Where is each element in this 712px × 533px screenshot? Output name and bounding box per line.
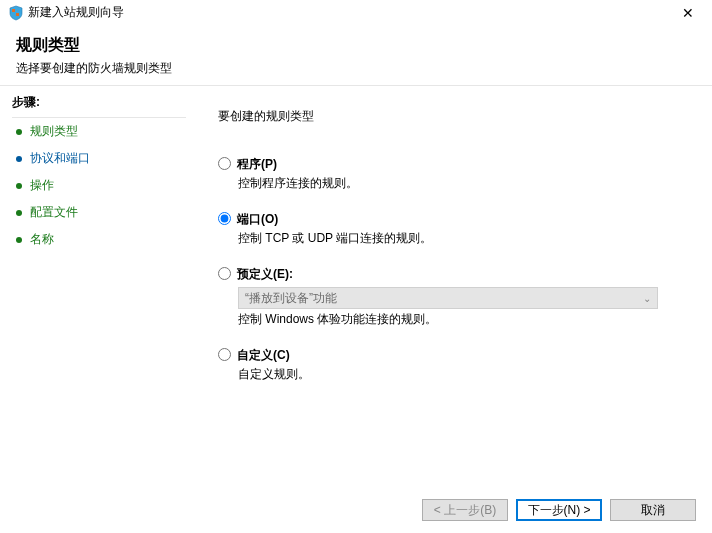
step-label: 名称 [30,231,54,248]
predefined-select-value: “播放到设备”功能 [245,290,337,307]
step-label: 规则类型 [30,123,78,140]
option-port-row[interactable]: 端口(O) [218,210,696,228]
chevron-down-icon: ⌄ [643,293,651,304]
firewall-shield-icon [8,5,24,21]
port-label: 端口(O) [237,211,278,228]
option-port: 端口(O) 控制 TCP 或 UDP 端口连接的规则。 [218,210,696,247]
custom-desc: 自定义规则。 [238,366,696,383]
program-label: 程序(P) [237,156,277,173]
option-program-row[interactable]: 程序(P) [218,155,696,173]
step-label: 配置文件 [30,204,78,221]
custom-radio[interactable] [218,348,231,361]
custom-label: 自定义(C) [237,347,290,364]
option-custom-row[interactable]: 自定义(C) [218,346,696,364]
close-icon[interactable]: ✕ [672,5,704,21]
predefined-desc: 控制 Windows 体验功能连接的规则。 [238,311,696,328]
option-program: 程序(P) 控制程序连接的规则。 [218,155,696,192]
step-protocol-port[interactable]: 协议和端口 [12,145,186,172]
program-desc: 控制程序连接的规则。 [238,175,696,192]
port-desc: 控制 TCP 或 UDP 端口连接的规则。 [238,230,696,247]
page-subtitle: 选择要创建的防火墙规则类型 [16,60,696,77]
svg-rect-0 [12,9,15,12]
window-title: 新建入站规则向导 [28,4,672,21]
step-label: 协议和端口 [30,150,90,167]
step-profile[interactable]: 配置文件 [12,199,186,226]
page-title: 规则类型 [16,35,696,56]
step-label: 操作 [30,177,54,194]
prompt-text: 要创建的规则类型 [218,108,696,125]
bullet-icon [16,237,22,243]
option-custom: 自定义(C) 自定义规则。 [218,346,696,383]
cancel-button[interactable]: 取消 [610,499,696,521]
main-panel: 要创建的规则类型 程序(P) 控制程序连接的规则。 端口(O) 控制 TCP 或… [186,86,712,401]
bullet-icon [16,183,22,189]
option-predefined-row[interactable]: 预定义(E): [218,265,696,283]
predefined-label: 预定义(E): [237,266,293,283]
predefined-radio[interactable] [218,267,231,280]
bullet-icon [16,210,22,216]
option-predefined: 预定义(E): “播放到设备”功能 ⌄ 控制 Windows 体验功能连接的规则… [218,265,696,328]
next-button[interactable]: 下一步(N) > [516,499,602,521]
port-radio[interactable] [218,212,231,225]
predefined-select: “播放到设备”功能 ⌄ [238,287,658,309]
titlebar: 新建入站规则向导 ✕ [0,0,712,23]
back-button: < 上一步(B) [422,499,508,521]
bullet-icon [16,156,22,162]
program-radio[interactable] [218,157,231,170]
step-rule-type[interactable]: 规则类型 [12,118,186,145]
steps-sidebar: 步骤: 规则类型 协议和端口 操作 配置文件 名称 [0,86,186,401]
steps-label: 步骤: [12,94,186,117]
step-action[interactable]: 操作 [12,172,186,199]
wizard-buttons: < 上一步(B) 下一步(N) > 取消 [422,499,696,521]
bullet-icon [16,129,22,135]
wizard-heading: 规则类型 选择要创建的防火墙规则类型 [0,23,712,81]
svg-rect-1 [16,13,19,16]
step-name[interactable]: 名称 [12,226,186,253]
